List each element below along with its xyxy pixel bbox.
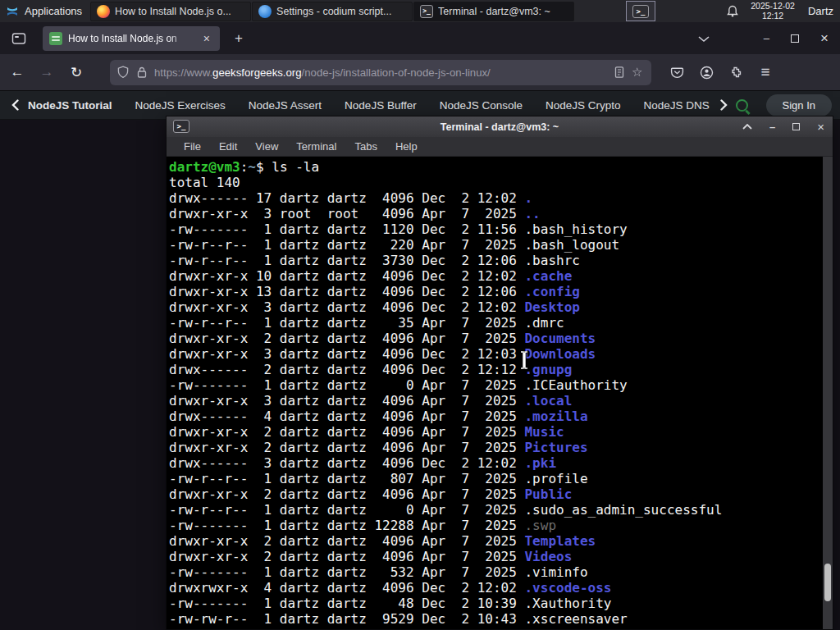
terminal-menu-file[interactable]: File: [175, 140, 210, 153]
terminal-launcher-button[interactable]: [626, 1, 655, 21]
file-name: Videos: [524, 549, 572, 564]
terminal-output-area[interactable]: dartz@vm3:~$ ls -la total 140 drwx------…: [167, 157, 833, 629]
file-meta: -rw-r--r-- 1 dartz dartz 3730 Dec 2 12:0…: [169, 253, 524, 268]
file-meta: -rw-rw-r-- 1 dartz dartz 9529 Dec 2 10:4…: [169, 611, 524, 627]
menu-hamburger-icon[interactable]: ≡: [758, 65, 773, 80]
firefox-view-icon[interactable]: [7, 27, 31, 50]
url-bar[interactable]: https://www.geeksforgeeks.org/node-js/in…: [110, 60, 651, 85]
scroll-right-chevron-icon[interactable]: [716, 98, 731, 112]
file-meta: drwxr-xr-x 3 root root 4096 Apr 7 2025: [169, 206, 524, 221]
terminal-line: -rw------- 1 dartz dartz 48 Dec 2 10:39 …: [169, 596, 821, 611]
sitenav-link-3[interactable]: NodeJS Assert: [237, 99, 333, 112]
panel-window-buttons: How to Install Node.js o...Settings - co…: [90, 0, 574, 22]
maximize-icon[interactable]: [792, 123, 800, 130]
sitenav-link-4[interactable]: NodeJS Buffer: [333, 99, 428, 112]
terminal-line: drwxr-xr-x 2 dartz dartz 4096 Apr 7 2025…: [169, 424, 821, 440]
panel-clock[interactable]: 2025-12-02 12:12: [751, 2, 795, 21]
shade-icon[interactable]: [742, 124, 752, 130]
file-meta: -rw------- 1 dartz dartz 0 Apr 7 2025: [169, 377, 524, 393]
scroll-left-chevron-icon[interactable]: [8, 98, 23, 112]
notification-bell-icon[interactable]: [726, 5, 739, 18]
close-icon[interactable]: ×: [820, 30, 829, 47]
panel-window-button-terminal[interactable]: Terminal - dartz@vm3: ~: [413, 2, 574, 21]
terminal-line: drwx------ 17 dartz dartz 4096 Dec 2 12:…: [169, 190, 821, 206]
sitenav-link-1[interactable]: NodeJS Tutorial: [23, 99, 124, 112]
file-name: Public: [524, 486, 572, 502]
sign-in-button[interactable]: Sign In: [766, 94, 832, 116]
terminal-line: drwxr-xr-x 13 dartz dartz 4096 Dec 2 12:…: [169, 284, 821, 299]
terminal-title-bar[interactable]: Terminal - dartz@vm3: ~ – ×: [167, 116, 833, 137]
sitenav-link-6[interactable]: NodeJS Crypto: [534, 99, 632, 112]
reader-mode-icon[interactable]: [613, 66, 626, 79]
file-meta: drwx------ 2 dartz dartz 4096 Dec 2 12:1…: [169, 362, 524, 377]
file-meta: drwx------ 17 dartz dartz 4096 Dec 2 12:…: [169, 190, 524, 206]
applications-menu-button[interactable]: Applications: [0, 0, 90, 22]
terminal-line: drwx------ 3 dartz dartz 4096 Dec 2 12:0…: [169, 455, 821, 471]
sitenav-link-2[interactable]: NodeJS Exercises: [124, 99, 237, 112]
account-icon[interactable]: [699, 65, 714, 80]
file-name: .profile: [524, 471, 587, 486]
shield-icon[interactable]: [116, 66, 130, 79]
reload-icon[interactable]: ↻: [64, 60, 89, 84]
search-icon[interactable]: [736, 99, 748, 112]
file-name: .ICEauthority: [524, 377, 627, 393]
panel-window-button-firefox[interactable]: How to Install Node.js o...: [90, 2, 251, 21]
file-meta: drwxr-xr-x 10 dartz dartz 4096 Dec 2 12:…: [169, 268, 524, 284]
file-meta: -rw------- 1 dartz dartz 1120 Dec 2 11:5…: [169, 221, 524, 237]
browser-tab[interactable]: How to Install Node.js on ×: [43, 26, 220, 51]
file-name: Music: [524, 424, 564, 440]
minimize-icon[interactable]: –: [764, 32, 769, 44]
file-meta: drwxr-xr-x 3 dartz dartz 4096 Dec 2 12:0…: [169, 299, 524, 315]
clock-date: 2025-12-02: [751, 2, 795, 11]
terminal-line: -rw-r--r-- 1 dartz dartz 35 Apr 7 2025 .…: [169, 315, 821, 331]
terminal-line: -rw------- 1 dartz dartz 532 Apr 7 2025 …: [169, 564, 821, 580]
file-meta: drwxr-xr-x 2 dartz dartz 4096 Apr 7 2025: [169, 331, 524, 346]
terminal-menu-help[interactable]: Help: [386, 140, 427, 153]
maximize-icon[interactable]: [791, 34, 799, 43]
file-meta: -rw------- 1 dartz dartz 12288 Apr 7 202…: [169, 518, 524, 533]
file-name: .gnupg: [524, 362, 572, 377]
file-name: Downloads: [524, 346, 596, 362]
terminal-line: drwx------ 2 dartz dartz 4096 Dec 2 12:1…: [169, 362, 821, 377]
panel-window-button-codium[interactable]: Settings - codium script...: [252, 2, 413, 21]
url-path: /node-js/installation-of-node-js-on-linu…: [302, 66, 491, 79]
file-name: .Xauthority: [524, 596, 611, 611]
file-name: .cache: [524, 268, 572, 284]
back-icon[interactable]: ←: [5, 60, 30, 84]
minimize-icon[interactable]: –: [769, 121, 775, 133]
file-meta: drwxr-xr-x 3 dartz dartz 4096 Apr 7 2025: [169, 393, 524, 409]
file-meta: drwxr-xr-x 13 dartz dartz 4096 Dec 2 12:…: [169, 284, 524, 299]
lock-icon[interactable]: [135, 66, 148, 79]
terminal-line: -rw-r--r-- 1 dartz dartz 0 Apr 7 2025 .s…: [169, 502, 821, 518]
file-name: .bash_history: [524, 221, 627, 237]
terminal-menu-edit[interactable]: Edit: [210, 140, 246, 153]
tabbar-controls: – ×: [698, 22, 840, 54]
terminal-line: -rw------- 1 dartz dartz 0 Apr 7 2025 .I…: [169, 377, 821, 393]
terminal-line: drwxr-xr-x 2 dartz dartz 4096 Apr 7 2025…: [169, 331, 821, 346]
terminal-scrollbar-thumb[interactable]: [824, 564, 831, 601]
prompt-segment: $ ls -la: [256, 159, 319, 175]
terminal-menu-tabs[interactable]: Tabs: [345, 140, 386, 153]
list-all-tabs-icon[interactable]: [698, 31, 710, 46]
bookmark-star-icon[interactable]: ☆: [632, 66, 645, 79]
terminal-listing: drwx------ 17 dartz dartz 4096 Dec 2 12:…: [169, 190, 821, 627]
terminal-line: drwx------ 4 dartz dartz 4096 Apr 7 2025…: [169, 409, 821, 424]
file-name: .bash_logout: [524, 237, 619, 253]
terminal-line: -rw-r--r-- 1 dartz dartz 220 Apr 7 2025 …: [169, 237, 821, 253]
terminal-line: drwxr-xr-x 3 dartz dartz 4096 Dec 2 12:0…: [169, 299, 821, 315]
extensions-puzzle-icon[interactable]: [728, 65, 743, 80]
sitenav-link-5[interactable]: NodeJS Console: [428, 99, 534, 112]
terminal-menu-view[interactable]: View: [246, 140, 287, 153]
pocket-icon[interactable]: [669, 65, 684, 80]
toolbar-right-icons: ≡: [669, 65, 773, 80]
tab-close-icon[interactable]: ×: [200, 31, 213, 46]
file-name: .local: [524, 393, 572, 409]
file-meta: -rw-r--r-- 1 dartz dartz 807 Apr 7 2025: [169, 471, 524, 486]
terminal-scrollbar[interactable]: [823, 157, 833, 629]
sitenav-link-7[interactable]: NodeJS DNS: [632, 99, 716, 112]
terminal-line: drwxr-xr-x 3 dartz dartz 4096 Apr 7 2025…: [169, 393, 821, 409]
file-name: .xscreensaver: [524, 611, 627, 627]
terminal-menu-terminal[interactable]: Terminal: [287, 140, 345, 153]
close-icon[interactable]: ×: [817, 120, 824, 134]
new-tab-button[interactable]: +: [228, 28, 249, 49]
